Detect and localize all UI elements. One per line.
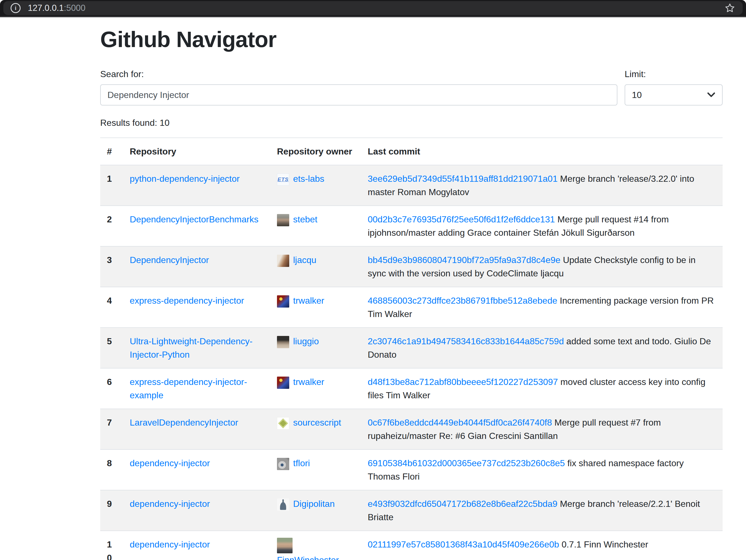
repository-link[interactable]: python-dependency-injector	[130, 174, 240, 184]
table-row: 9dependency-injectorDigipolitane493f9032…	[100, 490, 723, 531]
owner-link[interactable]: sourcescript	[293, 417, 341, 428]
results-table: # Repository Repository owner Last commi…	[100, 138, 723, 560]
column-header-owner: Repository owner	[270, 138, 361, 165]
owner-avatar	[277, 417, 289, 430]
owner-avatar	[277, 377, 289, 389]
page-title: Github Navigator	[100, 26, 723, 53]
commit-hash-link[interactable]: bb45d9e3b98608047190bf72a95fa9a37d8c4e9e	[368, 255, 560, 265]
owner-avatar	[277, 214, 289, 226]
table-header-row: # Repository Repository owner Last commi…	[100, 138, 723, 165]
owner-avatar	[277, 336, 289, 348]
owner-avatar	[277, 458, 289, 470]
row-number: 6	[100, 368, 123, 409]
table-row: 10dependency-injectorFinnWinchester02111…	[100, 531, 723, 560]
table-body: 1python-dependency-injectorETSets-labs3e…	[100, 165, 723, 560]
commit-hash-link[interactable]: e493f9032dfcd65047172b682e8b6eaf22c5bda9	[368, 499, 557, 509]
table-row: 1python-dependency-injectorETSets-labs3e…	[100, 165, 723, 206]
commit-hash-link[interactable]: 2c30746c1a91b4947583416c833b1644a85c759d	[368, 336, 564, 346]
owner-avatar	[277, 255, 289, 267]
owner-link[interactable]: ets-labs	[293, 174, 324, 184]
row-number: 10	[100, 531, 123, 560]
chevron-down-icon	[707, 92, 715, 98]
row-number: 3	[100, 246, 123, 287]
search-form: Search for: Limit: 10	[100, 69, 723, 106]
repository-link[interactable]: dependency-injector	[130, 499, 210, 509]
repository-link[interactable]: DependencyInjectorBenchmarks	[130, 214, 258, 224]
commit-hash-link[interactable]: d48f13be8ac712abf80bbeeee5f120227d253097	[368, 377, 558, 387]
owner-avatar	[277, 499, 289, 511]
row-number: 2	[100, 206, 123, 246]
owner-avatar	[277, 295, 289, 307]
repository-link[interactable]: express-dependency-injector	[130, 296, 244, 305]
owner-link[interactable]: trwalker	[293, 296, 324, 305]
commit-hash-link[interactable]: 0c67f6be8eddcd4449eb4044f5df0ca26f4740f8	[368, 417, 552, 428]
column-header-index: #	[100, 138, 123, 165]
owner-link[interactable]: ljacqu	[293, 255, 316, 265]
repository-link[interactable]: express-dependency-injector-example	[130, 377, 247, 400]
row-number: 9	[100, 490, 123, 531]
browser-chrome: 127.0.0.1:5000	[0, 0, 746, 17]
limit-label: Limit:	[625, 69, 723, 79]
owner-link[interactable]: FinnWinchester	[277, 555, 339, 560]
owner-link[interactable]: liuggio	[293, 336, 319, 346]
row-number: 1	[100, 165, 123, 206]
commit-hash-link[interactable]: 00d2b3c7e76935d76f25ee50f6d1f2ef6ddce131	[368, 214, 555, 224]
page-content: Github Navigator Search for: Limit: 10 R…	[0, 17, 746, 560]
commit-hash-link[interactable]: 69105384b61032d000365ee737cd2523b260c8e5	[368, 458, 565, 468]
commit-message: 0.7.1 Finn Winchester	[559, 539, 648, 550]
owner-link[interactable]: Digipolitan	[293, 499, 335, 509]
info-icon[interactable]	[10, 3, 21, 13]
owner-link[interactable]: trwalker	[293, 377, 324, 387]
search-label: Search for:	[100, 69, 618, 79]
limit-select[interactable]: 10	[625, 84, 723, 106]
repository-link[interactable]: dependency-injector	[130, 458, 210, 468]
owner-avatar	[277, 538, 292, 553]
repository-link[interactable]: DependencyInjector	[130, 255, 209, 265]
table-row: 3DependencyInjectorljacqubb45d9e3b986080…	[100, 246, 723, 287]
bookmark-star-icon[interactable]	[724, 2, 736, 13]
row-number: 5	[100, 328, 123, 368]
table-row: 5Ultra-Lightweight-Dependency-Injector-P…	[100, 328, 723, 368]
row-number: 8	[100, 449, 123, 490]
address-bar[interactable]: 127.0.0.1:5000	[3, 1, 743, 15]
url-text: 127.0.0.1:5000	[28, 3, 85, 13]
commit-hash-link[interactable]: 468856003c273dffce23b86791fbbe512a8ebede	[368, 296, 557, 305]
column-header-last-commit: Last commit	[361, 138, 723, 165]
owner-link[interactable]: stebet	[293, 214, 317, 224]
table-row: 8dependency-injectortflori69105384b61032…	[100, 449, 723, 490]
row-number: 7	[100, 409, 123, 449]
results-count: Results found: 10	[100, 118, 723, 128]
table-row: 4express-dependency-injectortrwalker4688…	[100, 287, 723, 328]
owner-avatar: ETS	[277, 173, 289, 186]
table-row: 6express-dependency-injector-exampletrwa…	[100, 368, 723, 409]
commit-hash-link[interactable]: 02111997e57c85801368f43a10d45f409e266e0b	[368, 539, 559, 550]
limit-selected-value: 10	[632, 90, 642, 100]
commit-hash-link[interactable]: 3ee629eb5d7349d55f41b119aff81dd219071a01	[368, 174, 557, 184]
search-input[interactable]	[100, 84, 618, 106]
repository-link[interactable]: Ultra-Lightweight-Dependency-Injector-Py…	[130, 336, 253, 360]
table-row: 2DependencyInjectorBenchmarksstebet00d2b…	[100, 206, 723, 246]
row-number: 4	[100, 287, 123, 328]
column-header-repository: Repository	[123, 138, 270, 165]
repository-link[interactable]: LaravelDependencyInjector	[130, 417, 238, 428]
repository-link[interactable]: dependency-injector	[130, 539, 210, 550]
table-row: 7LaravelDependencyInjectorsourcescript0c…	[100, 409, 723, 449]
owner-link[interactable]: tflori	[293, 458, 310, 468]
